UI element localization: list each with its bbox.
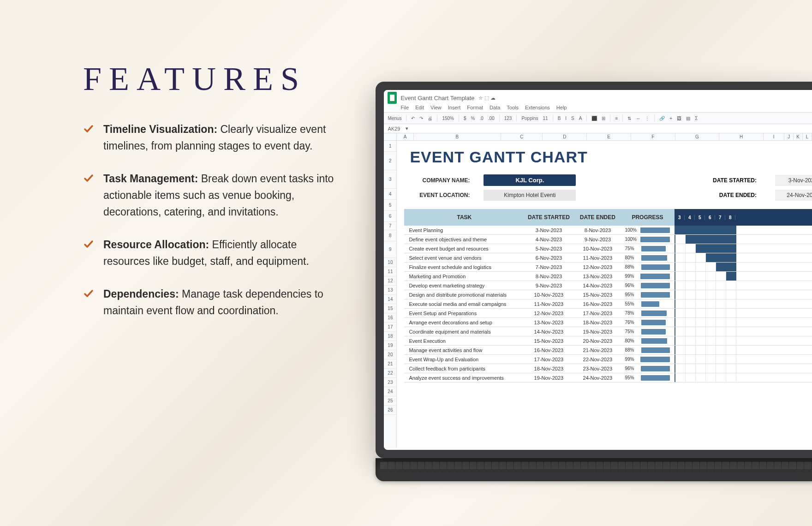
column-header[interactable]: K	[794, 133, 803, 140]
menu-format[interactable]: Format	[467, 105, 483, 110]
menu-help[interactable]: Help	[556, 105, 567, 110]
table-row[interactable]: Coordinate equipment and materials14-Nov…	[404, 327, 812, 336]
toolbar-button[interactable]: 123	[504, 116, 512, 121]
toolbar-button[interactable]: 🖼	[677, 116, 681, 121]
toolbar-button[interactable]: ⬛	[591, 116, 597, 121]
table-row[interactable]: Finalize event schedule and logistics7-N…	[404, 263, 812, 272]
table-row[interactable]: Collect feedback from participants18-Nov…	[404, 364, 812, 373]
table-row[interactable]: Event Wrap-Up and Evaluation17-Nov-20232…	[404, 355, 812, 364]
row-number[interactable]: 3	[384, 170, 396, 189]
toolbar-button[interactable]: ↔	[636, 116, 640, 121]
row-number[interactable]: 23	[384, 378, 396, 387]
row-number[interactable]: 2	[384, 152, 396, 170]
toolbar-button[interactable]: 🔗	[659, 116, 665, 121]
row-number[interactable]: 21	[384, 359, 396, 369]
table-row[interactable]: Develop event marketing strategy9-Nov-20…	[404, 281, 812, 290]
row-number[interactable]: 22	[384, 369, 396, 378]
row-number[interactable]: 18	[384, 332, 396, 341]
table-row[interactable]: Manage event activities and flow16-Nov-2…	[404, 346, 812, 355]
row-number[interactable]: 7	[384, 222, 396, 230]
toolbar-button[interactable]: ▤	[686, 116, 690, 121]
table-row[interactable]: Execute social media and email campaigns…	[404, 299, 812, 309]
toolbar-button[interactable]: .0	[479, 116, 483, 121]
document-title[interactable]: Event Gantt Chart Template	[400, 95, 474, 102]
column-header[interactable]: I	[764, 133, 784, 140]
row-number[interactable]: 15	[384, 304, 396, 313]
column-header[interactable]: J	[784, 133, 794, 140]
table-row[interactable]: Event Setup and Preparations12-Nov-20231…	[404, 309, 812, 318]
table-row[interactable]: Event Planning3-Nov-20238-Nov-2023100%	[404, 226, 812, 235]
row-number[interactable]: 20	[384, 350, 396, 359]
column-header[interactable]: L	[803, 133, 812, 140]
table-row[interactable]: Marketing and Promotion8-Nov-202313-Nov-…	[404, 272, 812, 281]
toolbar-button[interactable]: ≡	[615, 116, 618, 121]
toolbar-button[interactable]: $	[464, 116, 466, 121]
row-number[interactable]: 14	[384, 295, 396, 304]
toolbar-button[interactable]: +	[669, 116, 672, 121]
table-row[interactable]: Select event venue and vendors6-Nov-2023…	[404, 253, 812, 263]
cell-dropdown-icon[interactable]: ▾	[406, 126, 408, 132]
menu-insert[interactable]: Insert	[448, 105, 461, 110]
toolbar-button[interactable]: Poppins	[521, 116, 538, 121]
toolbar-button[interactable]: ⋮	[645, 116, 650, 121]
toolbar-button[interactable]: ⇅	[627, 116, 631, 121]
column-header[interactable]: F	[631, 133, 675, 140]
table-row[interactable]: Design and distribute promotional materi…	[404, 290, 812, 299]
date-started-value[interactable]: 3-Nov-2023	[775, 175, 812, 186]
title-action-icons[interactable]: ☆ ⬚ ☁	[478, 95, 496, 101]
toolbar-button[interactable]: ⊞	[602, 116, 605, 121]
column-header[interactable]: E	[587, 133, 631, 140]
row-number[interactable]: 13	[384, 286, 396, 295]
column-header[interactable]: B	[414, 133, 502, 140]
toolbar-button[interactable]: Menus	[388, 116, 401, 121]
menu-tools[interactable]: Tools	[507, 105, 519, 110]
row-number[interactable]: 17	[384, 323, 396, 332]
row-number[interactable]: 11	[384, 267, 396, 276]
row-number[interactable]: 1	[384, 141, 396, 152]
menu-edit[interactable]: Edit	[415, 105, 424, 110]
toolbar-button[interactable]: Σ	[695, 116, 698, 121]
column-header[interactable]: H	[719, 133, 764, 140]
row-number[interactable]: 16	[384, 313, 396, 323]
menu-extensions[interactable]: Extensions	[525, 105, 550, 110]
row-number[interactable]: 25	[384, 396, 396, 406]
column-header[interactable]: A	[397, 133, 413, 140]
toolbar-button[interactable]: 🖨	[428, 116, 432, 121]
toolbar-button[interactable]: A	[579, 116, 582, 121]
row-number[interactable]: 12	[384, 276, 396, 286]
table-row[interactable]: Create event budget and resources5-Nov-2…	[404, 244, 812, 253]
location-value[interactable]: Kimpton Hotel Eventi	[484, 190, 576, 201]
row-number[interactable]: 6	[384, 211, 396, 222]
toolbar-button[interactable]: 150%	[442, 116, 454, 121]
row-number[interactable]: 4	[384, 189, 396, 200]
row-number[interactable]: 5	[384, 200, 396, 211]
cell-reference[interactable]: AK29	[388, 126, 400, 132]
toolbar-button[interactable]: S	[571, 116, 574, 121]
date-ended-value[interactable]: 24-Nov-2023	[775, 190, 812, 201]
menu-view[interactable]: View	[430, 105, 442, 110]
row-number[interactable]: 8	[384, 230, 396, 241]
row-number[interactable]: 24	[384, 387, 396, 396]
menu-data[interactable]: Data	[490, 105, 500, 110]
row-number[interactable]: 9	[384, 241, 396, 258]
menu-file[interactable]: File	[400, 105, 409, 110]
table-row[interactable]: Arrange event decorations and setup13-No…	[404, 318, 812, 327]
column-header[interactable]: D	[543, 133, 587, 140]
row-number[interactable]: 19	[384, 341, 396, 350]
company-dropdown[interactable]: KJL Corp.	[484, 174, 576, 186]
table-row[interactable]: Event Execution15-Nov-202320-Nov-202380%	[404, 336, 812, 346]
column-header[interactable]: C	[501, 133, 543, 140]
spreadsheet-content[interactable]: EVENT GANTT CHART COMPANY NAME: KJL Corp…	[397, 141, 812, 448]
row-number[interactable]: 26	[384, 406, 396, 415]
table-row[interactable]: Analyze event success and improvements19…	[404, 373, 812, 383]
toolbar-button[interactable]: %	[471, 116, 475, 121]
toolbar-button[interactable]: .00	[488, 116, 495, 121]
toolbar-button[interactable]: 11	[543, 116, 548, 121]
table-row[interactable]: Define event objectives and theme4-Nov-2…	[404, 235, 812, 244]
column-header[interactable]: G	[675, 133, 720, 140]
row-number[interactable]: 10	[384, 258, 396, 267]
toolbar-button[interactable]: B	[558, 116, 561, 121]
toolbar-button[interactable]: I	[565, 116, 567, 121]
toolbar-button[interactable]: ↶	[411, 116, 415, 121]
toolbar-button[interactable]: ↷	[419, 116, 423, 121]
